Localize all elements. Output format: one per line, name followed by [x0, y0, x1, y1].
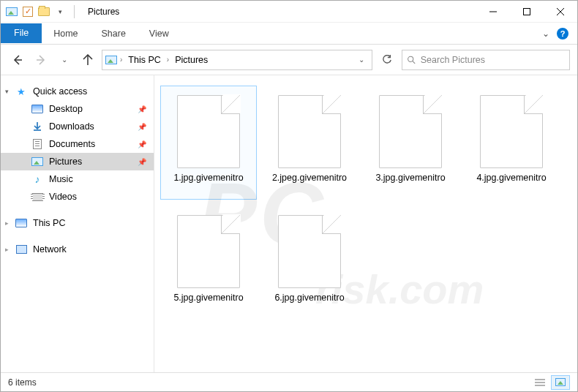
file-item[interactable]: 1.jpg.givemenitro — [160, 86, 257, 200]
downloads-icon — [31, 121, 43, 132]
maximize-icon — [522, 7, 531, 16]
pictures-icon — [31, 156, 43, 167]
window-controls — [476, 1, 577, 23]
sidebar-item-label: Documents — [49, 139, 95, 149]
recent-locations-button[interactable]: ⌄ — [55, 50, 74, 69]
music-icon: ♪ — [31, 173, 43, 185]
sidebar-item-downloads[interactable]: Downloads 📌 — [1, 118, 154, 135]
file-item[interactable]: 5.jpg.givemenitro — [160, 206, 257, 320]
sidebar-item-label: Videos — [49, 192, 77, 202]
up-icon — [82, 54, 94, 66]
sidebar-item-label: Pictures — [49, 157, 82, 167]
sidebar-item-label: Network — [33, 244, 67, 255]
file-name: 5.jpg.givemenitro — [170, 293, 246, 304]
close-button[interactable] — [544, 1, 577, 23]
pictures-icon — [105, 54, 117, 66]
pin-icon: 📌 — [138, 140, 146, 148]
back-button[interactable] — [8, 50, 27, 69]
address-bar[interactable]: › This PC › Pictures ⌄ — [102, 50, 372, 70]
ribbon-tab-share[interactable]: Share — [90, 24, 138, 43]
help-icon[interactable]: ? — [557, 28, 568, 39]
star-icon: ★ — [15, 86, 27, 97]
svg-rect-1 — [524, 8, 530, 15]
breadcrumb-pictures[interactable]: Pictures — [172, 55, 211, 65]
sidebar-item-label: This PC — [33, 218, 65, 228]
chevron-right-icon[interactable]: ▸ — [5, 219, 9, 227]
search-icon — [407, 55, 416, 65]
ribbon-tab-view[interactable]: View — [138, 24, 181, 43]
refresh-button[interactable] — [377, 50, 397, 70]
videos-icon — [31, 191, 43, 203]
up-button[interactable] — [78, 50, 97, 69]
search-input[interactable] — [421, 55, 565, 65]
sidebar-item-pictures[interactable]: Pictures 📌 — [1, 153, 154, 170]
pin-icon: 📌 — [138, 158, 146, 166]
sidebar-item-quick-access[interactable]: ▾ ★ Quick access — [1, 83, 154, 100]
properties-icon[interactable] — [21, 5, 34, 18]
file-item[interactable]: 3.jpg.givemenitro — [362, 86, 459, 200]
chevron-down-icon[interactable]: ▾ — [5, 88, 9, 95]
details-view-button[interactable] — [530, 375, 549, 390]
maximize-button[interactable] — [510, 1, 544, 23]
file-name: 3.jpg.givemenitro — [372, 173, 448, 184]
navigation-pane: ▾ ★ Quick access Desktop 📌 Downloads 📌 D… — [1, 75, 154, 372]
minimize-button[interactable] — [476, 1, 510, 23]
file-icon — [278, 95, 341, 168]
refresh-icon — [382, 55, 392, 65]
file-list[interactable]: PC risk.com 1.jpg.givemenitro 2.jpeg.giv… — [154, 75, 577, 372]
sidebar-item-music[interactable]: ♪ Music — [1, 170, 154, 188]
qat-dropdown-icon[interactable]: ▾ — [53, 5, 67, 18]
ribbon-tab-file[interactable]: File — [1, 23, 42, 43]
forward-button[interactable] — [31, 50, 50, 69]
sidebar-item-label: Quick access — [33, 86, 87, 97]
svg-line-8 — [413, 61, 415, 63]
ribbon-tab-home[interactable]: Home — [42, 24, 89, 43]
sidebar-item-label: Downloads — [49, 121, 94, 132]
svg-point-7 — [408, 56, 413, 61]
file-name: 1.jpg.givemenitro — [170, 173, 246, 184]
sidebar-item-label: Music — [49, 174, 73, 184]
sidebar-item-documents[interactable]: Documents 📌 — [1, 135, 154, 153]
file-icon — [177, 95, 240, 168]
back-icon — [12, 54, 23, 66]
chevron-right-icon[interactable]: ▸ — [5, 246, 9, 253]
large-icons-view-button[interactable] — [551, 375, 570, 390]
navigation-bar: ⌄ › This PC › Pictures ⌄ — [1, 45, 577, 75]
documents-icon — [31, 138, 43, 150]
file-icon — [480, 95, 543, 168]
desktop-icon — [31, 103, 43, 115]
status-item-count: 6 items — [8, 377, 37, 388]
sidebar-item-this-pc[interactable]: ▸ This PC — [1, 214, 154, 232]
close-icon — [556, 7, 565, 16]
file-name: 6.jpg.givemenitro — [271, 293, 347, 304]
window-title: Pictures — [88, 7, 119, 17]
pin-icon: 📌 — [138, 123, 146, 131]
sidebar-item-desktop[interactable]: Desktop 📌 — [1, 100, 154, 118]
new-folder-icon[interactable] — [37, 5, 50, 18]
ribbon: File Home Share View ⌄ ? — [1, 23, 577, 45]
file-name: 4.jpg.givemenitro — [473, 173, 549, 184]
file-icon — [177, 215, 240, 288]
details-view-icon — [535, 378, 545, 387]
large-icons-view-icon — [555, 378, 566, 386]
pictures-icon — [5, 5, 18, 18]
file-item[interactable]: 6.jpg.givemenitro — [261, 206, 358, 320]
explorer-window: ▾ Pictures File Home Share View ⌄ ? — [0, 0, 578, 392]
chevron-right-icon[interactable]: › — [165, 56, 170, 64]
breadcrumb-this-pc[interactable]: This PC — [125, 55, 163, 65]
file-icon — [379, 95, 442, 168]
search-box[interactable] — [402, 50, 570, 70]
sidebar-item-network[interactable]: ▸ Network — [1, 241, 154, 258]
minimize-icon — [489, 7, 498, 16]
ribbon-collapse-icon[interactable]: ⌄ — [542, 29, 549, 39]
file-item[interactable]: 4.jpg.givemenitro — [463, 86, 560, 200]
sidebar-item-videos[interactable]: Videos — [1, 188, 154, 206]
file-item[interactable]: 2.jpeg.givemenitro — [261, 86, 358, 200]
chevron-right-icon[interactable]: › — [119, 56, 124, 64]
body: ▾ ★ Quick access Desktop 📌 Downloads 📌 D… — [1, 75, 577, 372]
sidebar-item-label: Desktop — [49, 104, 83, 114]
divider — [74, 5, 75, 18]
network-icon — [15, 244, 27, 255]
forward-icon — [35, 54, 47, 66]
address-dropdown-icon[interactable]: ⌄ — [354, 56, 369, 64]
